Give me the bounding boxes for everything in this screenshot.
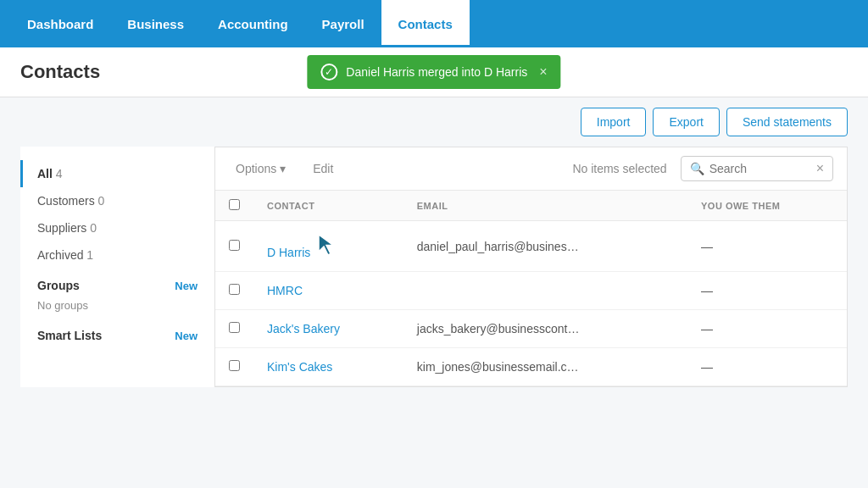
- contact-email-cell: jacks_bakery@businesscont…: [403, 310, 687, 348]
- cursor-indicator: [317, 233, 337, 259]
- sidebar-customers-label: Customers 0: [37, 194, 104, 208]
- options-button[interactable]: Options ▾: [229, 158, 292, 179]
- sidebar-smart-lists-title: Smart Lists: [37, 329, 102, 342]
- sidebar-item-suppliers[interactable]: Suppliers 0: [20, 214, 214, 241]
- notification-close-button[interactable]: ×: [539, 64, 547, 80]
- options-label: Options: [236, 162, 276, 175]
- table-row: Jack's Bakeryjacks_bakery@businesscont…—: [215, 310, 847, 348]
- options-chevron-icon: ▾: [280, 162, 286, 175]
- content-area: Options ▾ Edit No items selected 🔍 × CON…: [215, 147, 848, 387]
- row-checkbox[interactable]: [229, 360, 240, 371]
- sidebar-archived-label: Archived 1: [37, 248, 93, 262]
- sidebar-item-customers[interactable]: Customers 0: [20, 187, 214, 214]
- col-header-contact: CONTACT: [253, 191, 403, 221]
- contacts-table: CONTACT EMAIL YOU OWE THEM D Harris dani…: [215, 191, 847, 386]
- page-title: Contacts: [20, 61, 100, 83]
- check-icon: ✓: [320, 64, 337, 80]
- row-checkbox-cell: [215, 310, 253, 348]
- contact-name-cell: HMRC: [253, 272, 403, 310]
- no-items-selected-text: No items selected: [572, 162, 666, 175]
- contact-email-cell: [403, 272, 687, 310]
- sidebar-customers-count: 0: [98, 194, 105, 208]
- sidebar-smart-lists-new[interactable]: New: [175, 330, 198, 342]
- sidebar-smart-lists-section: Smart Lists New: [20, 319, 214, 346]
- row-checkbox-cell: [215, 221, 253, 272]
- row-checkbox[interactable]: [229, 322, 240, 333]
- col-header-you-owe-them: YOU OWE THEM: [687, 191, 847, 221]
- nav-item-contacts[interactable]: Contacts: [381, 0, 470, 47]
- search-input[interactable]: [709, 162, 811, 175]
- import-button[interactable]: Import: [581, 108, 647, 136]
- sidebar-no-groups: No groups: [20, 296, 214, 319]
- notification-banner: ✓ Daniel Harris merged into D Harris ×: [307, 55, 560, 89]
- sidebar-all-count: 4: [56, 167, 63, 180]
- row-checkbox[interactable]: [229, 284, 240, 295]
- table-header-row: CONTACT EMAIL YOU OWE THEM: [215, 191, 847, 221]
- contact-name-link[interactable]: Jack's Bakery: [267, 322, 340, 336]
- contact-you-owe-them-cell: —: [687, 272, 847, 310]
- contact-you-owe-them-cell: —: [687, 221, 847, 272]
- contact-email-cell: kim_jones@businessemail.c…: [403, 348, 687, 386]
- table-row: D Harris daniel_paul_harris@busines…—: [215, 221, 847, 272]
- nav-item-dashboard[interactable]: Dashboard: [10, 0, 110, 47]
- top-navigation: Dashboard Business Accounting Payroll Co…: [0, 0, 868, 47]
- contact-you-owe-them-cell: —: [687, 310, 847, 348]
- edit-button[interactable]: Edit: [306, 158, 340, 179]
- sidebar-groups-new[interactable]: New: [175, 280, 198, 292]
- row-checkbox[interactable]: [229, 240, 240, 251]
- contact-email-cell: daniel_paul_harris@busines…: [403, 221, 687, 272]
- toolbar-row: Import Export Send statements: [0, 97, 868, 147]
- row-checkbox-cell: [215, 348, 253, 386]
- page-header: Contacts ✓ Daniel Harris merged into D H…: [0, 47, 868, 97]
- send-statements-button[interactable]: Send statements: [726, 108, 848, 136]
- main-content: All 4 Customers 0 Suppliers 0 Archived 1…: [0, 147, 868, 408]
- contact-you-owe-them-cell: —: [687, 348, 847, 386]
- contact-name-cell: Jack's Bakery: [253, 310, 403, 348]
- export-button[interactable]: Export: [653, 108, 719, 136]
- sidebar-suppliers-label: Suppliers 0: [37, 221, 97, 235]
- nav-item-business[interactable]: Business: [110, 0, 201, 47]
- contact-name-cell: Kim's Cakes: [253, 348, 403, 386]
- contact-name-link[interactable]: Kim's Cakes: [267, 360, 332, 374]
- search-clear-button[interactable]: ×: [816, 161, 824, 176]
- sidebar-archived-count: 1: [86, 248, 93, 262]
- contact-name-link[interactable]: HMRC: [267, 284, 303, 297]
- sidebar: All 4 Customers 0 Suppliers 0 Archived 1…: [20, 147, 215, 387]
- search-box: 🔍 ×: [681, 156, 833, 181]
- row-checkbox-cell: [215, 272, 253, 310]
- search-icon: 🔍: [690, 162, 704, 175]
- notification-message: Daniel Harris merged into D Harris: [346, 65, 527, 79]
- sidebar-groups-title: Groups: [37, 279, 80, 292]
- select-all-checkbox[interactable]: [229, 199, 240, 210]
- table-row: Kim's Cakeskim_jones@businessemail.c…—: [215, 348, 847, 386]
- select-all-header: [215, 191, 253, 221]
- sidebar-all-label: All 4: [37, 167, 63, 180]
- sidebar-item-archived[interactable]: Archived 1: [20, 241, 214, 269]
- col-header-email: EMAIL: [403, 191, 687, 221]
- sidebar-suppliers-count: 0: [90, 221, 97, 235]
- contact-name-cell: D Harris: [253, 221, 403, 272]
- table-row: HMRC—: [215, 272, 847, 310]
- sidebar-groups-section: Groups New: [20, 269, 214, 296]
- nav-item-accounting[interactable]: Accounting: [201, 0, 305, 47]
- nav-item-payroll[interactable]: Payroll: [305, 0, 381, 47]
- sidebar-item-all[interactable]: All 4: [20, 160, 214, 187]
- filter-bar: Options ▾ Edit No items selected 🔍 ×: [215, 147, 847, 191]
- contact-name-link[interactable]: D Harris: [267, 246, 337, 259]
